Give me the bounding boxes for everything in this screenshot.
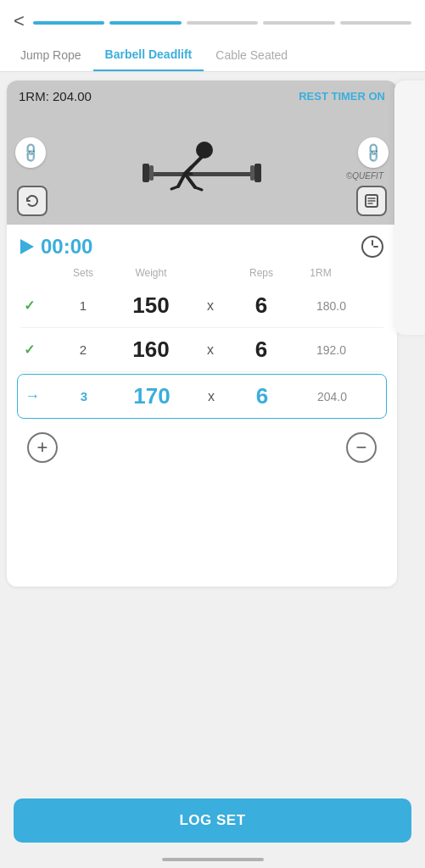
right-card-peek <box>394 81 425 335</box>
top-bar: < <box>0 0 425 39</box>
athlete-figure <box>134 106 270 203</box>
exercise-card: 1RM: 204.00 REST TIMER ON 🔗 🔗 <box>7 81 397 587</box>
set-reps-3[interactable]: 6 <box>228 383 296 409</box>
col-header-reps: Reps <box>227 267 295 279</box>
link-icon-right: 🔗 <box>361 141 385 164</box>
set-x-1: x <box>193 298 227 314</box>
table-row[interactable]: ✓ 2 160 x 6 192.0 <box>20 328 383 372</box>
tab-jump-rope[interactable]: Jump Rope <box>8 40 93 70</box>
back-button[interactable]: < <box>14 10 25 32</box>
timer-text: 00:00 <box>41 235 92 259</box>
set-weight-3[interactable]: 170 <box>109 383 194 409</box>
link-button-left[interactable]: 🔗 <box>15 137 46 168</box>
set-1rm-1: 180.0 <box>295 299 346 313</box>
refresh-button[interactable] <box>17 186 48 216</box>
progress-segment-2 <box>109 21 181 25</box>
notes-button[interactable] <box>356 186 387 216</box>
set-reps-2[interactable]: 6 <box>227 337 295 363</box>
tab-navigation: Jump Rope Barbell Deadlift Cable Seated <box>0 39 425 72</box>
link-icon-left: 🔗 <box>19 141 42 164</box>
complete-icon-2: ✓ <box>24 342 58 358</box>
clock-icon[interactable] <box>361 236 383 258</box>
svg-rect-1 <box>143 164 149 182</box>
add-set-button[interactable]: + <box>27 432 58 463</box>
home-indicator <box>162 858 264 861</box>
set-1rm-2: 192.0 <box>295 343 346 357</box>
col-header-1rm: 1RM <box>295 267 346 279</box>
set-weight-1[interactable]: 150 <box>109 292 193 319</box>
remove-set-button[interactable]: − <box>346 432 377 463</box>
progress-segment-3 <box>187 21 258 25</box>
svg-point-6 <box>196 142 213 159</box>
refresh-icon <box>25 193 40 209</box>
brand-label: ©QUEFIT <box>346 171 383 181</box>
col-header-weight: Weight <box>109 267 193 279</box>
table-row[interactable]: ✓ 1 150 x 6 180.0 <box>20 284 383 328</box>
set-x-3: x <box>194 389 228 404</box>
svg-line-11 <box>171 186 178 189</box>
col-header-sets: Sets <box>58 267 109 279</box>
notes-icon <box>364 193 379 209</box>
tab-cable-seated[interactable]: Cable Seated <box>204 40 299 70</box>
svg-rect-2 <box>149 165 154 181</box>
card-spacer <box>20 475 383 576</box>
current-set-arrow: → <box>25 387 59 405</box>
svg-line-12 <box>195 187 202 190</box>
card-body: 00:00 Sets Weight Reps 1RM ✓ 1 150 x 6 1 <box>7 225 397 587</box>
timer-display: 00:00 <box>20 235 92 259</box>
set-number-3: 3 <box>59 389 109 403</box>
rest-timer-label[interactable]: REST TIMER ON <box>299 90 385 103</box>
log-set-button[interactable]: LOG SET <box>14 798 411 843</box>
svg-rect-0 <box>143 172 261 176</box>
set-reps-1[interactable]: 6 <box>227 292 295 319</box>
athlete-svg <box>134 106 270 199</box>
progress-segment-4 <box>263 21 334 25</box>
set-controls: + − <box>20 420 383 475</box>
link-button-right[interactable]: 🔗 <box>358 137 389 168</box>
set-1rm-3: 204.0 <box>296 390 347 403</box>
progress-segment-1 <box>33 21 104 25</box>
set-weight-2[interactable]: 160 <box>109 337 193 363</box>
table-row-active[interactable]: → 3 170 x 6 204.0 <box>17 374 387 419</box>
timer-row: 00:00 <box>20 235 383 259</box>
complete-icon-1: ✓ <box>24 298 58 314</box>
tab-barbell-deadlift[interactable]: Barbell Deadlift <box>93 39 204 71</box>
card-header: 1RM: 204.00 REST TIMER ON 🔗 🔗 <box>7 81 397 225</box>
svg-rect-4 <box>250 165 254 181</box>
set-x-2: x <box>193 342 227 358</box>
column-headers: Sets Weight Reps 1RM <box>20 267 383 279</box>
set-number-1: 1 <box>58 298 109 313</box>
main-scroll: 1RM: 204.00 REST TIMER ON 🔗 🔗 <box>0 72 425 595</box>
log-set-bar: LOG SET <box>0 798 425 843</box>
play-icon[interactable] <box>20 239 34 254</box>
one-rm-label: 1RM: 204.00 <box>19 89 92 103</box>
set-number-2: 2 <box>58 342 109 357</box>
progress-segment-5 <box>340 21 411 25</box>
svg-rect-3 <box>254 164 261 182</box>
